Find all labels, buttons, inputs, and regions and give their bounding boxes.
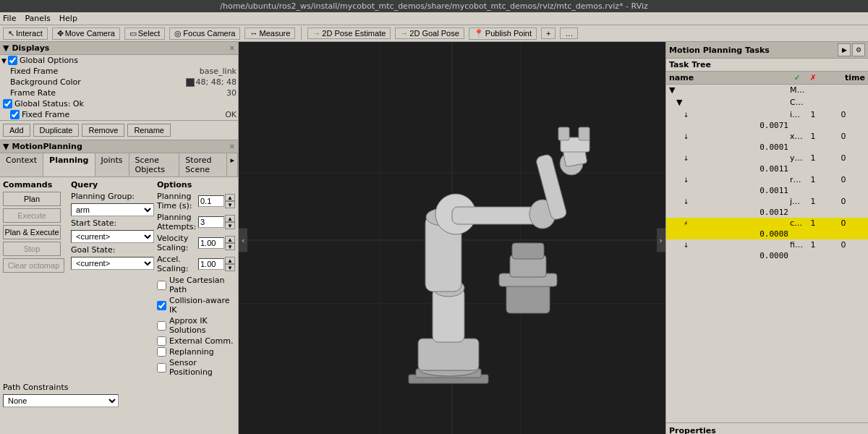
- accel-scaling-row: Accel. Scaling: ▲ ▼: [157, 255, 235, 273]
- use-cartesian-path-checkbox[interactable]: [157, 281, 166, 290]
- approx-ik-row: Approx IK Solutions: [157, 316, 235, 335]
- pose-estimate-icon: →: [312, 29, 320, 38]
- remove-display-button[interactable]: Remove: [82, 124, 124, 137]
- tt-check-6: 1: [806, 197, 820, 206]
- viewport-right-arrow[interactable]: ›: [657, 229, 665, 252]
- tree-item-global-status[interactable]: Global Status: Ok: [0, 98, 238, 109]
- mp-close-button[interactable]: ✕: [229, 142, 235, 150]
- planning-attempts-input[interactable]: [198, 216, 224, 228]
- tt-row-mpt[interactable]: ▼ Motion Planning Tasks: [666, 85, 868, 97]
- sensor-positioning-checkbox[interactable]: [157, 363, 166, 373]
- options-header: Options: [157, 180, 235, 190]
- replanning-checkbox[interactable]: [157, 347, 166, 357]
- menu-help[interactable]: Help: [59, 14, 77, 23]
- tab-context[interactable]: Context: [0, 153, 43, 176]
- tree-item-fixed-frame[interactable]: Fixed Frame base_link: [0, 66, 238, 77]
- pose-estimate-button[interactable]: → 2D Pose Estimate: [307, 27, 391, 39]
- global-options-checkbox[interactable]: [8, 56, 17, 65]
- tab-scene-objects[interactable]: Scene Objects: [129, 153, 180, 176]
- measure-button[interactable]: ↔ Measure: [244, 27, 295, 39]
- select-button[interactable]: ▭ Select: [124, 27, 166, 40]
- displays-tree: ▼ Global Options Fixed Frame base_link B…: [0, 55, 238, 120]
- approx-ik-checkbox[interactable]: [157, 321, 166, 331]
- mpt-play-button[interactable]: ▶: [838, 43, 851, 56]
- velocity-scaling-up[interactable]: ▲: [225, 236, 235, 243]
- planning-time-label: Planning Time (s):: [157, 192, 198, 210]
- planning-time-input[interactable]: [198, 195, 224, 207]
- move-camera-button[interactable]: ✥ Move Camera: [52, 27, 120, 40]
- tab-joints[interactable]: Joints: [95, 153, 129, 176]
- planning-content: Commands Plan Execute Plan & Execute Sto…: [0, 177, 238, 434]
- start-state-select[interactable]: <current>: [71, 230, 154, 243]
- add-tool-button[interactable]: +: [541, 27, 556, 39]
- mpt-settings-button[interactable]: ⚙: [852, 43, 865, 56]
- expand-icon: ▼: [1, 57, 7, 64]
- stop-button[interactable]: Stop: [3, 242, 61, 256]
- interact-button[interactable]: ↖ Interact: [3, 27, 48, 40]
- tt-row-rz[interactable]: ↓ rz -18° 1 0 0.0011: [666, 174, 868, 196]
- pose-estimate-label: 2D Pose Estimate: [322, 29, 386, 38]
- publish-point-button[interactable]: 📍 Publish Point: [469, 27, 537, 40]
- viewport-left-arrow[interactable]: ‹: [239, 229, 247, 252]
- tab-more[interactable]: ▸: [227, 153, 238, 176]
- tt-row-joint-offset[interactable]: ↓ joint offset 1 0 0.0012: [666, 196, 868, 218]
- velocity-scaling-spinner-btns: ▲ ▼: [225, 236, 235, 250]
- tree-item-bg-color[interactable]: Background Color 48; 48; 48: [0, 77, 238, 88]
- global-status-checkbox[interactable]: [3, 99, 12, 109]
- tt-row-x[interactable]: ↓ x +0.05 1 0 0.0001: [666, 131, 868, 153]
- menu-panels[interactable]: Panels: [25, 14, 50, 23]
- planning-attempts-up[interactable]: ▲: [225, 215, 235, 222]
- accel-scaling-input[interactable]: [198, 258, 224, 270]
- viewport[interactable]: ‹ ›: [239, 42, 665, 434]
- tt-name-2: initial state: [790, 110, 804, 119]
- fixed-frame-status-checkbox[interactable]: [10, 110, 20, 119]
- tab-planning[interactable]: Planning: [43, 153, 95, 176]
- motion-planning-section: ▼ MotionPlanning ✕ Context Planning Join…: [0, 140, 238, 434]
- goal-state-select[interactable]: <current>: [71, 257, 154, 270]
- mp-expand-icon[interactable]: ▼: [3, 142, 9, 151]
- planning-time-up[interactable]: ▲: [225, 194, 235, 201]
- tt-check-3: 1: [806, 132, 820, 141]
- menu-file[interactable]: File: [3, 14, 16, 23]
- tt-row-cartesian[interactable]: ▼ Cartesian Path: [666, 97, 868, 109]
- collision-aware-ik-label: Collision-aware IK: [169, 296, 235, 315]
- tt-time-4: 0.0011: [684, 164, 788, 174]
- velocity-scaling-input[interactable]: [198, 237, 224, 249]
- accel-scaling-down[interactable]: ▼: [225, 264, 235, 271]
- planning-time-down[interactable]: ▼: [225, 201, 235, 208]
- frame-rate-value: 30: [226, 88, 237, 98]
- collision-aware-ik-checkbox[interactable]: [157, 301, 166, 310]
- accel-scaling-up[interactable]: ▲: [225, 257, 235, 264]
- execute-button[interactable]: Execute: [3, 208, 61, 223]
- add-display-button[interactable]: Add: [3, 124, 30, 137]
- plan-button[interactable]: Plan: [3, 192, 61, 206]
- tt-cross-7: 0: [822, 218, 865, 228]
- planning-time-spinner: ▲ ▼: [198, 194, 235, 208]
- tab-stored-scene[interactable]: Stored Scene: [179, 153, 227, 176]
- velocity-scaling-row: Velocity Scaling: ▲ ▼: [157, 234, 235, 252]
- planning-attempts-down[interactable]: ▼: [225, 222, 235, 229]
- tt-row-connect[interactable]: ⚡ connect 1 0 0.0008: [666, 218, 868, 239]
- path-constraints-select[interactable]: None: [3, 394, 119, 407]
- more-tools-button[interactable]: …: [560, 27, 578, 39]
- goal-pose-button[interactable]: → 2D Goal Pose: [395, 27, 464, 39]
- tt-row-initial[interactable]: ↓ initial state 1 0 0.0071: [666, 109, 868, 131]
- tt-row-final[interactable]: ↓ final state 1 0 0.0000: [666, 239, 868, 261]
- sensor-positioning-row: Sensor Positioning: [157, 358, 235, 377]
- planning-group-select[interactable]: arm: [71, 203, 154, 216]
- clear-octomap-button[interactable]: Clear octomap: [3, 258, 64, 273]
- tt-row-y[interactable]: ↓ y -0.02 1 0 0.0011: [666, 153, 868, 174]
- displays-close-button[interactable]: ✕: [229, 44, 235, 52]
- displays-expand-icon[interactable]: ▼: [3, 43, 9, 53]
- velocity-scaling-down[interactable]: ▼: [225, 243, 235, 250]
- plan-execute-button[interactable]: Plan & Execute: [3, 225, 61, 239]
- planning-group-label: Planning Group:: [71, 192, 135, 201]
- rename-display-button[interactable]: Rename: [127, 124, 171, 137]
- external-comm-checkbox[interactable]: [157, 336, 166, 346]
- focus-camera-button[interactable]: ◎ Focus Camera: [169, 27, 240, 40]
- tt-cross-4: 0: [822, 153, 865, 163]
- tt-time-2: 0.0071: [684, 121, 788, 130]
- tree-item-global-options[interactable]: ▼ Global Options: [0, 55, 238, 66]
- duplicate-display-button[interactable]: Duplicate: [33, 124, 80, 137]
- tree-item-frame-rate[interactable]: Frame Rate 30: [0, 88, 238, 98]
